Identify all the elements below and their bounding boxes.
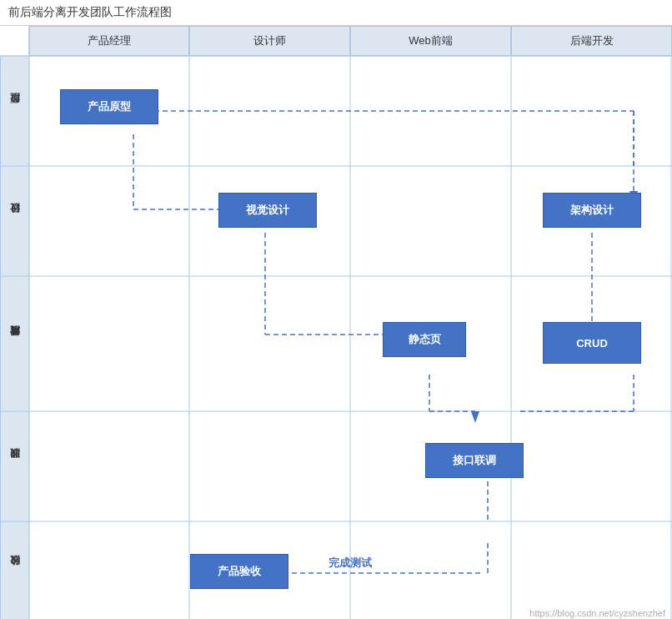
phase-label-yuanxing: 原型阶段 — [0, 56, 29, 166]
box-chanpin-yanshou: 产品验收 — [190, 554, 288, 589]
page-title: 前后端分离开发团队工作流程图 — [0, 0, 672, 26]
box-jiagou-sheji: 架构设计 — [543, 193, 641, 228]
svg-marker-24 — [471, 411, 479, 423]
phase-label-yanshou: 验收阶段 — [0, 521, 29, 619]
col-header-houduan: 后端开发 — [511, 26, 672, 56]
box-chanpin-yuanxing: 产品原型 — [60, 89, 158, 124]
col-header-chanpin: 产品经理 — [29, 26, 189, 56]
watermark: https://blog.csdn.net/cyzshenzhef — [529, 608, 665, 618]
col-header-web: Web前端 — [350, 26, 511, 56]
phase-label-kaifa: 前后端开发阶段 — [0, 276, 29, 411]
col-header-sheji: 设计师 — [189, 26, 350, 56]
phase-label-liantiao: 联调阶段 — [0, 411, 29, 521]
box-crud: CRUD — [543, 322, 641, 364]
diagram-area: 完成测试 产品经理 设计师 Web前端 后端开发 原型阶段 设计阶段 前后端开发… — [0, 26, 672, 619]
svg-text:完成测试: 完成测试 — [328, 556, 373, 569]
page-wrapper: 前后端分离开发团队工作流程图 — [0, 0, 672, 619]
box-shijue-sheji: 视觉设计 — [218, 193, 317, 228]
box-jingtaiye: 静态页 — [383, 322, 466, 357]
phase-label-sheji: 设计阶段 — [0, 166, 29, 276]
box-jiekou-liantiao: 接口联调 — [425, 443, 524, 478]
